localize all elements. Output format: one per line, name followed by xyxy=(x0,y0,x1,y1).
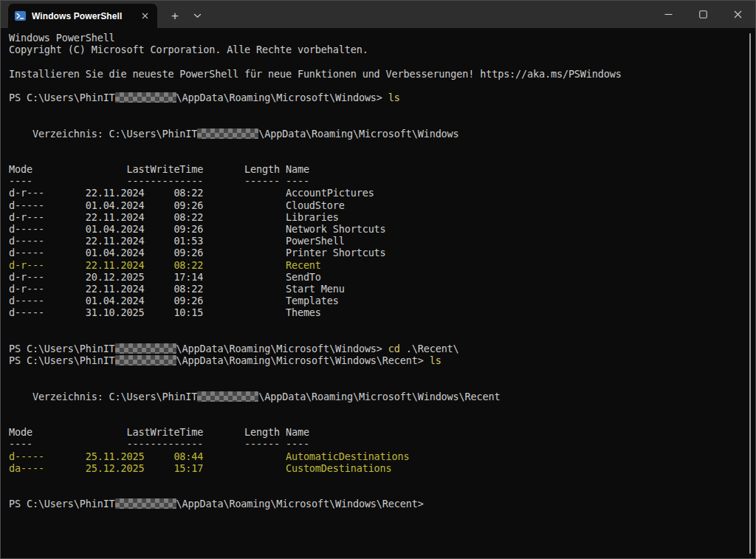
terminal-line xyxy=(9,103,745,115)
terminal-line: ---- ------------- ------ ---- xyxy=(9,175,745,187)
terminal-line: d----- 22.11.2024 01:53 PowerShell xyxy=(9,235,745,247)
terminal-line xyxy=(9,80,745,92)
terminal-line: d----- 31.10.2025 10:15 Themes xyxy=(9,306,745,318)
terminal-text: Mode LastWriteTime Length Name xyxy=(9,163,309,175)
terminal-line xyxy=(9,378,745,390)
terminal-text: d----- 22.11.2024 01:53 PowerShell xyxy=(9,235,345,247)
new-tab-button[interactable]: + xyxy=(165,4,185,28)
terminal-text: \AppData\Roaming\Microsoft\Windows\Recen… xyxy=(176,498,424,510)
redacted-username xyxy=(197,128,258,139)
terminal-window: Windows PowerShell + xyxy=(0,0,756,559)
terminal-text: d----- 25.11.2025 08:44 AutomaticDestina… xyxy=(9,450,409,462)
terminal-line: d-r--- 20.12.2025 17:14 SendTo xyxy=(9,271,745,283)
terminal-text: \AppData\Roaming\Microsoft\Windows> xyxy=(176,343,388,354)
tab-dropdown-icon[interactable] xyxy=(187,4,208,28)
terminal-line xyxy=(9,474,745,486)
tab-windows-powershell[interactable]: Windows PowerShell xyxy=(8,4,157,28)
terminal-line xyxy=(9,151,745,163)
close-button[interactable] xyxy=(721,1,755,28)
tab-close-icon[interactable] xyxy=(138,10,151,23)
terminal-line xyxy=(9,115,745,127)
terminal-text: Windows PowerShell xyxy=(9,32,115,44)
terminal-line: d-r--- 22.11.2024 08:22 AccountPictures xyxy=(9,187,745,199)
terminal-text: Copyright (C) Microsoft Corporation. All… xyxy=(9,44,368,55)
powershell-icon xyxy=(15,11,26,21)
terminal-line: ---- ------------- ------ ---- xyxy=(9,438,745,450)
terminal-line xyxy=(9,486,745,498)
terminal-line: da---- 25.12.2025 15:17 CustomDestinatio… xyxy=(9,462,745,474)
terminal-text: ls xyxy=(388,92,400,103)
redacted-username xyxy=(115,92,176,103)
terminal-line: Verzeichnis: C:\Users\PhinIT\AppData\Roa… xyxy=(9,391,745,402)
terminal-text: Mode LastWriteTime Length Name xyxy=(9,426,309,438)
terminal-text: d-r--- 22.11.2024 08:22 Libraries xyxy=(9,211,339,223)
terminal-line: Installieren Sie die neueste PowerShell … xyxy=(9,68,745,80)
terminal-line xyxy=(9,366,745,378)
minimize-button[interactable] xyxy=(651,1,686,28)
terminal-text: \AppData\Roaming\Microsoft\Windows\Recen… xyxy=(258,391,500,402)
terminal-line: d----- 01.04.2024 09:26 CloudStore xyxy=(9,199,745,211)
terminal-line: d----- 01.04.2024 09:26 Network Shortcut… xyxy=(9,223,745,235)
terminal-line: d----- 25.11.2025 08:44 AutomaticDestina… xyxy=(9,450,745,462)
terminal-line: Mode LastWriteTime Length Name xyxy=(9,426,745,438)
redacted-username xyxy=(197,391,258,402)
terminal-line xyxy=(9,402,745,414)
terminal-line: d----- 01.04.2024 09:26 Templates xyxy=(9,295,745,306)
terminal-text: PS C:\Users\PhinIT xyxy=(9,343,115,354)
tab-title: Windows PowerShell xyxy=(32,11,132,21)
terminal-text: Verzeichnis: C:\Users\PhinIT xyxy=(9,391,197,402)
terminal-line: d-r--- 22.11.2024 08:22 Start Menu xyxy=(9,283,745,295)
terminal-text: PS C:\Users\PhinIT xyxy=(9,354,115,366)
terminal-text: .\Recent\ xyxy=(400,343,459,354)
terminal-text: d----- 01.04.2024 09:26 Network Shortcut… xyxy=(9,223,386,235)
terminal-line xyxy=(9,414,745,426)
terminal-line: d-r--- 22.11.2024 08:22 Libraries xyxy=(9,211,745,223)
terminal-text: d-r--- 22.11.2024 08:22 Recent xyxy=(9,259,321,271)
terminal-text: ---- ------------- ------ ---- xyxy=(9,175,309,187)
terminal-line xyxy=(9,331,745,343)
terminal-line xyxy=(9,140,745,151)
terminal-text: d-r--- 20.12.2025 17:14 SendTo xyxy=(9,271,321,283)
terminal-text: d-r--- 22.11.2024 08:22 AccountPictures xyxy=(9,187,374,199)
terminal-text: da---- 25.12.2025 15:17 CustomDestinatio… xyxy=(9,462,392,474)
terminal-line: Windows PowerShell xyxy=(9,32,745,44)
terminal-text: d----- 31.10.2025 10:15 Themes xyxy=(9,306,321,318)
terminal-line: d-r--- 22.11.2024 08:22 Recent xyxy=(9,259,745,271)
terminal-line xyxy=(9,55,745,67)
terminal-line: Mode LastWriteTime Length Name xyxy=(9,163,745,175)
terminal-text: \AppData\Roaming\Microsoft\Windows\Recen… xyxy=(176,354,430,366)
terminal-text: \AppData\Roaming\Microsoft\Windows xyxy=(258,128,458,140)
window-controls xyxy=(651,1,755,28)
terminal-line: PS C:\Users\PhinIT\AppData\Roaming\Micro… xyxy=(9,343,745,354)
terminal-line: d----- 01.04.2024 09:26 Printer Shortcut… xyxy=(9,247,745,258)
terminal-line: PS C:\Users\PhinIT\AppData\Roaming\Micro… xyxy=(9,354,745,366)
scrollbar[interactable] xyxy=(749,33,751,554)
terminal-line xyxy=(9,319,745,331)
terminal-text: \AppData\Roaming\Microsoft\Windows> xyxy=(176,92,388,103)
redacted-username xyxy=(115,355,176,366)
titlebar[interactable]: Windows PowerShell + xyxy=(1,1,755,28)
maximize-button[interactable] xyxy=(686,1,721,28)
terminal-line: PS C:\Users\PhinIT\AppData\Roaming\Micro… xyxy=(9,92,745,103)
terminal-text: d----- 01.04.2024 09:26 Printer Shortcut… xyxy=(9,247,386,258)
terminal-text: ls xyxy=(430,354,441,366)
terminal-text: PS C:\Users\PhinIT xyxy=(9,92,115,103)
terminal-line: Verzeichnis: C:\Users\PhinIT\AppData\Roa… xyxy=(9,128,745,140)
terminal-text: ---- ------------- ------ ---- xyxy=(9,438,309,450)
terminal-text: d----- 01.04.2024 09:26 Templates xyxy=(9,295,339,306)
terminal-output[interactable]: Windows PowerShellCopyright (C) Microsof… xyxy=(1,29,755,558)
terminal-text: PS C:\Users\PhinIT xyxy=(9,498,115,510)
terminal-text: Verzeichnis: C:\Users\PhinIT xyxy=(9,128,197,140)
terminal-text: cd xyxy=(388,343,400,354)
terminal-line: Copyright (C) Microsoft Corporation. All… xyxy=(9,44,745,55)
terminal-text: d-r--- 22.11.2024 08:22 Start Menu xyxy=(9,283,345,295)
terminal-line: PS C:\Users\PhinIT\AppData\Roaming\Micro… xyxy=(9,498,745,510)
terminal-text: d----- 01.04.2024 09:26 CloudStore xyxy=(9,199,345,211)
redacted-username xyxy=(115,343,176,354)
redacted-username xyxy=(115,498,176,509)
terminal-text: Installieren Sie die neueste PowerShell … xyxy=(9,68,622,80)
